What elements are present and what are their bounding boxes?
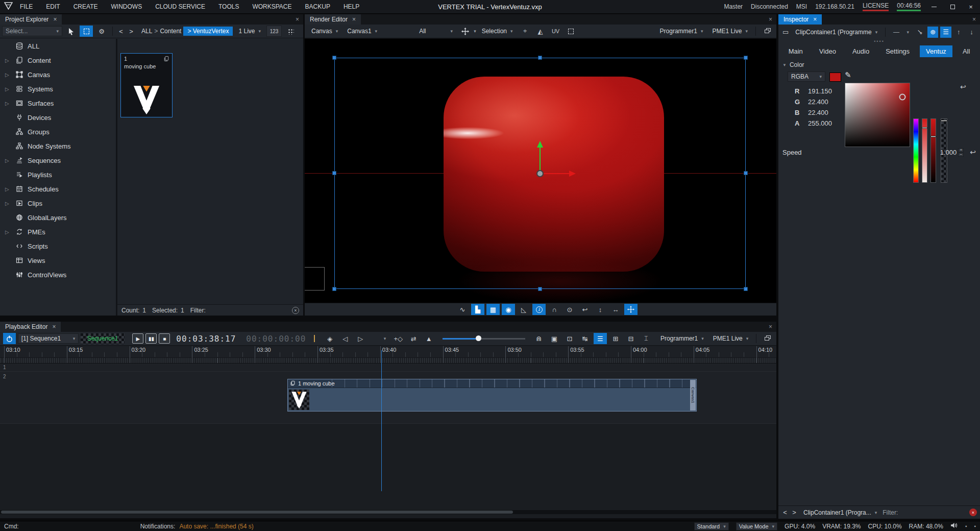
axis-toggle-button[interactable]: ◭ — [534, 26, 547, 37]
layer-filter-dropdown[interactable]: All▾ — [415, 26, 456, 36]
mirror-output-icon[interactable] — [760, 26, 773, 37]
chevron-right-icon[interactable]: ▷ — [5, 186, 11, 192]
snapshot-button[interactable]: ⊙ — [563, 304, 576, 315]
programmer-dropdown[interactable]: Programmer1▾ — [657, 333, 707, 344]
close-icon[interactable]: × — [52, 324, 56, 330]
live-mode-dropdown[interactable]: 1 Live ▾ — [235, 26, 264, 36]
add-track-button[interactable]: ⊞ — [609, 333, 622, 344]
play-button[interactable]: ▶ — [132, 333, 143, 344]
minimize-button[interactable] — [929, 7, 939, 7]
menu-tools[interactable]: TOOLS — [218, 3, 239, 10]
tab-settings[interactable]: Settings — [879, 45, 916, 57]
opacity-slider[interactable] — [443, 335, 525, 342]
panel-close-icon[interactable]: × — [291, 16, 303, 23]
menu-file[interactable]: FILE — [20, 3, 33, 10]
text-cursor-button[interactable]: ⌶ — [640, 333, 653, 344]
close-button[interactable]: × — [966, 3, 976, 11]
selection-handle-sw[interactable] — [332, 287, 336, 291]
close-icon[interactable]: × — [813, 16, 817, 22]
fit-horizontal-button[interactable]: ↔ — [609, 304, 622, 315]
inspected-object-dropdown[interactable]: ClipContainer1 (Programme▾ — [792, 27, 881, 37]
panel-close-icon[interactable]: × — [765, 323, 776, 330]
tree-item-surfaces[interactable]: ▷Surfaces — [0, 96, 116, 110]
move-gizmo-button[interactable] — [624, 304, 638, 315]
clip-header[interactable]: 1 moving cube — [288, 379, 696, 388]
fit-vertical-button[interactable]: ↕ — [594, 304, 607, 315]
playhead[interactable] — [381, 350, 382, 491]
director-camera-button[interactable]: ◉ — [502, 304, 515, 315]
picker-cursor[interactable] — [899, 94, 906, 101]
track-row-1[interactable] — [0, 364, 776, 372]
close-icon[interactable]: × — [352, 16, 356, 22]
fit-selection-button[interactable]: ⊡ — [563, 333, 576, 344]
chevron-right-icon[interactable]: ▷ — [5, 158, 11, 163]
tree-item-clips[interactable]: ▷Clips — [0, 196, 116, 210]
frustum-button[interactable]: ◺ — [517, 304, 530, 315]
footer-nav-back[interactable]: < — [781, 507, 789, 518]
prev-keyframe-button[interactable]: ◁ — [338, 333, 352, 344]
magnet-button[interactable]: ∩ — [548, 304, 561, 315]
power-button[interactable] — [3, 333, 16, 344]
pin-icon[interactable]: ⊸ — [915, 27, 925, 38]
snap-button[interactable]: ⋒ — [532, 333, 546, 344]
tree-item-devices[interactable]: Devices — [0, 110, 116, 125]
marquee-select-tool-button[interactable] — [80, 26, 93, 37]
tab-project-explorer[interactable]: Project Explorer × — [0, 14, 62, 25]
lod-button[interactable]: ▙ — [471, 304, 484, 315]
menu-help[interactable]: HELP — [344, 3, 359, 10]
reset-color-icon[interactable]: ↩ — [960, 83, 966, 91]
value-mode-dropdown[interactable]: Value Mode▾ — [736, 522, 777, 530]
grid-view-button[interactable] — [284, 26, 297, 37]
canvas-type-dropdown[interactable]: Canvas▾ — [308, 26, 341, 36]
selection-handle-se[interactable] — [744, 287, 748, 291]
wire-grid-button[interactable]: ▦ — [486, 304, 500, 315]
waveform-button[interactable]: ∿ — [456, 304, 469, 315]
scrollbar-handle[interactable] — [1, 511, 513, 514]
mirror-output-icon[interactable] — [761, 333, 773, 344]
numbers-view-button[interactable]: 123 — [266, 26, 282, 37]
tree-item-groups[interactable]: Groups — [0, 125, 116, 139]
next-keyframe-button[interactable]: ▷ — [354, 333, 367, 344]
tab-audio[interactable]: Audio — [846, 45, 875, 57]
channel-value[interactable]: 255.000 — [808, 119, 832, 127]
tree-item-schedules[interactable]: ▷Schedules — [0, 182, 116, 196]
tree-item-scripts[interactable]: Scripts — [0, 239, 116, 253]
clip-canvas-tag[interactable]: Canvas1 — [690, 380, 696, 411]
slider-knob[interactable] — [476, 335, 481, 341]
settings-gear-button[interactable]: ⚙ — [95, 26, 108, 37]
tree-item-canvas[interactable]: ▷Canvas — [0, 67, 116, 82]
arrow-down-icon[interactable]: ↓ — [966, 27, 977, 38]
tree-item-database[interactable]: ALL — [0, 39, 116, 53]
menu-backup[interactable]: BACKUP — [305, 3, 330, 10]
uv-toggle-button[interactable]: UV — [549, 26, 562, 37]
color-mode-dropdown[interactable]: RGBA▾ — [788, 71, 825, 82]
nav-back-button[interactable]: < — [117, 26, 125, 37]
undo-button[interactable]: ↩ — [578, 304, 592, 315]
curve-editor-button[interactable]: ▲ — [422, 333, 435, 344]
add-keyframe-button[interactable]: +◇ — [391, 333, 405, 344]
tree-item-systems[interactable]: ▷Systems — [0, 82, 116, 96]
reset-speed-icon[interactable]: ↩ — [970, 148, 976, 156]
tab-ventuz[interactable]: Ventuz — [920, 45, 952, 57]
timeline-clip-moving-cube[interactable]: 1 moving cube Canvas1 — [287, 379, 697, 412]
add-keyframe-shield-button[interactable]: ◈ — [323, 333, 336, 344]
selection-handle-s[interactable] — [538, 287, 542, 291]
clear-filter-icon[interactable]: × — [292, 307, 299, 314]
pme-dropdown[interactable]: PME1 Live▾ — [709, 333, 752, 344]
selection-handle-n[interactable] — [538, 56, 542, 60]
track-list-button[interactable]: ☰ — [594, 333, 607, 344]
speed-stepper[interactable]: +− — [958, 148, 964, 157]
pme-dropdown[interactable]: PME1 Live▾ — [708, 26, 751, 36]
menu-create[interactable]: CREATE — [74, 3, 98, 10]
channel-value[interactable]: 191.150 — [808, 87, 832, 95]
programmer-dropdown[interactable]: Programmer1▾ — [656, 26, 707, 36]
select-dropdown[interactable]: Select... ▾ — [2, 26, 62, 36]
timeline-ruler[interactable]: 03:1003:1503:2003:2503:3003:3503:4003:45… — [0, 346, 776, 364]
chevron-right-icon[interactable]: ▷ — [5, 201, 11, 206]
selection-handle-e[interactable] — [744, 171, 748, 175]
chevron-right-icon[interactable]: ▷ — [5, 86, 11, 92]
color-swatch[interactable] — [829, 73, 841, 82]
keyframe-options-dropdown[interactable]: ▾ — [369, 333, 389, 344]
nav-forward-button[interactable]: > — [127, 26, 135, 37]
tab-render-editor[interactable]: Render Editor × — [305, 14, 361, 25]
